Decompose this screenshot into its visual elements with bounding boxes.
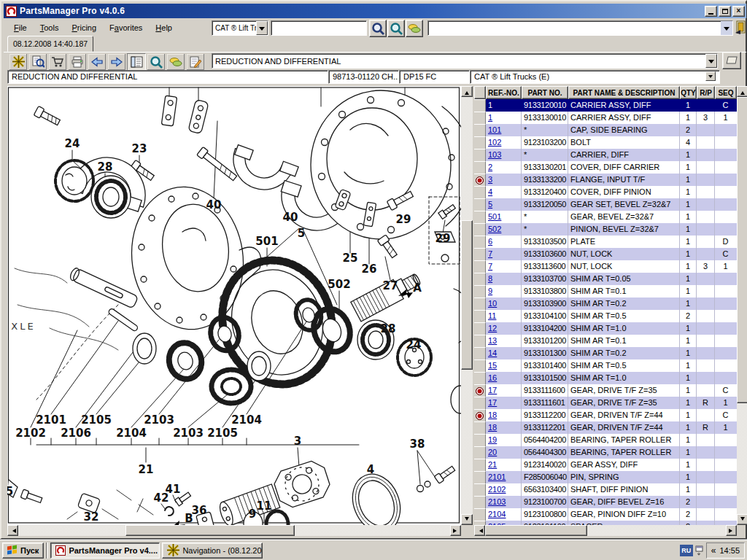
table-row[interactable]: 179133111600GEAR, DRIVE T/F Z=351C [474, 384, 737, 397]
brand-combo-arrow-icon[interactable] [256, 21, 268, 35]
ref-link[interactable]: 19 [488, 435, 497, 444]
callout-A[interactable]: A [413, 281, 422, 295]
ref-link[interactable]: 1 [488, 113, 492, 122]
menu-help[interactable]: Help [150, 21, 178, 34]
ref-link[interactable]: 6 [488, 237, 492, 246]
info-brand-combo[interactable]: CAT ® Lift Trucks (E) [470, 70, 720, 84]
callout-40[interactable]: 40 [283, 211, 298, 224]
ref-link[interactable]: 18 [488, 411, 497, 419]
ref-link[interactable]: 5 [488, 200, 492, 209]
table-row[interactable]: 79133113600NUT, LOCK131 [474, 260, 737, 273]
forward-button[interactable] [107, 53, 126, 71]
callout-11[interactable]: 11 [257, 499, 272, 513]
exit-door-icon[interactable] [735, 20, 747, 35]
callout-36[interactable]: 36 [192, 504, 207, 517]
menu-pricing[interactable]: Pricing [66, 21, 102, 34]
restore-layout-icon[interactable] [695, 545, 704, 556]
callout-5[interactable]: 5 [7, 485, 13, 498]
callout-40[interactable]: 40 [206, 198, 222, 211]
callout-29[interactable]: 29 [396, 213, 411, 226]
table-row[interactable]: 189133112201GEAR, DRIVEN T/F Z=441R1 [474, 421, 737, 434]
ref-link[interactable]: 501 [488, 212, 501, 221]
diagram-vscrollbar[interactable] [461, 86, 473, 525]
print-button[interactable] [68, 53, 87, 71]
ref-link[interactable]: 101 [488, 125, 501, 134]
table-row[interactable]: 39133133200FLANGE, INPUT T/F1 [474, 174, 737, 186]
diagram-hscrollbar[interactable] [7, 525, 461, 536]
table-row[interactable]: 21039123100700GEAR, DIFF BEVEL Z=162 [474, 496, 737, 508]
callout-5[interactable]: 5 [298, 227, 305, 240]
callout-501[interactable]: 501 [255, 235, 278, 248]
callout-4[interactable]: 4 [367, 463, 374, 476]
callout-2105[interactable]: 2105 [81, 413, 112, 427]
table-row[interactable]: 79133103600NUT, LOCK1C [474, 248, 737, 260]
table-row[interactable]: 219123140020GEAR ASSY, DIFF1 [474, 459, 737, 471]
table-row[interactable]: 69133103500PLATE1D [474, 236, 737, 248]
ref-link[interactable]: 2101 [488, 472, 506, 481]
minimize-button[interactable] [705, 6, 717, 17]
callout-2104[interactable]: 2104 [231, 413, 262, 427]
table-row[interactable]: 129133104200SHIM AR T=1.01 [474, 322, 737, 335]
callout-2105[interactable]: 2105 [207, 427, 238, 440]
header-part-name[interactable]: PART NAME & DESCRIPTION [568, 86, 680, 99]
table-row[interactable]: 19133130010CARRIER ASSY, DIFF131 [474, 112, 737, 124]
ref-link[interactable]: 20 [488, 448, 497, 456]
tray-chevron[interactable]: « [711, 545, 716, 556]
navigation-button[interactable] [9, 53, 28, 71]
callout-41[interactable]: 41 [166, 483, 181, 496]
callout-26[interactable]: 26 [362, 262, 377, 276]
zoom-search-button[interactable] [387, 20, 405, 37]
callout-3[interactable]: 3 [294, 435, 301, 448]
table-row[interactable]: 119133104100SHIM AR T=0.52 [474, 310, 737, 322]
ref-link[interactable]: 21 [488, 460, 497, 469]
table-row[interactable]: 59133120050GEAR SET, BEVEL Z=32&71 [474, 198, 737, 211]
split-view-button[interactable] [127, 53, 146, 71]
callout-2102[interactable]: 2102 [15, 427, 46, 440]
callout-502[interactable]: 502 [328, 278, 350, 291]
ref-link[interactable]: 2 [488, 163, 492, 171]
callout-XLE[interactable]: XLE [11, 321, 35, 332]
header-rp[interactable]: R/P [697, 86, 715, 99]
notes-button[interactable] [186, 53, 205, 71]
section-combo-arrow-icon[interactable] [705, 54, 717, 68]
table-row[interactable]: 179133111601GEAR, DRIVE T/F Z=351R1 [474, 397, 737, 409]
history-combo[interactable] [427, 20, 733, 36]
table-row[interactable]: 19133120010CARRIER ASSY, DIFF1C [474, 99, 737, 112]
search-parts-button[interactable] [369, 20, 387, 37]
ref-link[interactable]: 10 [488, 299, 497, 308]
table-row[interactable]: 109133103900SHIM AR T=0.21 [474, 298, 737, 310]
table-vscrollbar[interactable] [737, 86, 747, 525]
table-row[interactable]: 169133101500SHIM AR T=1.01 [474, 372, 737, 384]
ref-link[interactable]: 7 [488, 262, 492, 271]
ref-link[interactable]: 8 [488, 274, 492, 283]
back-button[interactable] [88, 53, 107, 71]
menu-favorites[interactable]: Favorites [104, 21, 148, 34]
callout-32[interactable]: 32 [84, 510, 99, 524]
callout-9[interactable]: 9 [249, 508, 256, 521]
table-row[interactable]: 189133112200GEAR, DRIVEN T/F Z=441C [474, 409, 737, 421]
callout-25[interactable]: 25 [343, 252, 358, 265]
pricing-coins-button[interactable] [406, 20, 423, 37]
start-button[interactable]: Пуск [2, 542, 44, 559]
ref-link[interactable]: 9 [488, 287, 492, 295]
ref-link[interactable]: 18 [488, 423, 497, 432]
table-row[interactable]: 21049123100800GEAR, PINION DIFF Z=102 [474, 508, 737, 521]
task-partsmanager[interactable]: PartsManager Pro v4.... [50, 542, 160, 559]
header-part-no[interactable]: PART NO. [522, 86, 568, 99]
image-frame-button[interactable] [722, 52, 741, 69]
callout-2103[interactable]: 2103 [173, 427, 204, 440]
brand-combo[interactable]: CAT ® Lift Trucks [212, 20, 268, 36]
language-indicator[interactable]: RU [680, 545, 693, 556]
table-row[interactable]: 159133101400SHIM AR T=0.51 [474, 359, 737, 372]
history-combo-arrow-icon[interactable] [721, 21, 732, 35]
search-input[interactable] [271, 20, 367, 36]
ref-link[interactable]: 13 [488, 336, 497, 345]
zoom-button[interactable] [147, 53, 166, 71]
table-row[interactable]: 101*CAP, SIDE BEARING2 [474, 124, 737, 136]
table-row[interactable]: 2101F285006040PIN, SPRING1 [474, 471, 737, 483]
parts-search-button[interactable] [28, 53, 47, 71]
maximize-button[interactable] [719, 6, 731, 17]
task-navigation[interactable]: Navigation - (08.12.200... [162, 542, 263, 559]
table-row[interactable]: 200564404300BEARING, TAPER ROLLER1 [474, 446, 737, 459]
header-qty[interactable]: QTY [680, 86, 697, 99]
